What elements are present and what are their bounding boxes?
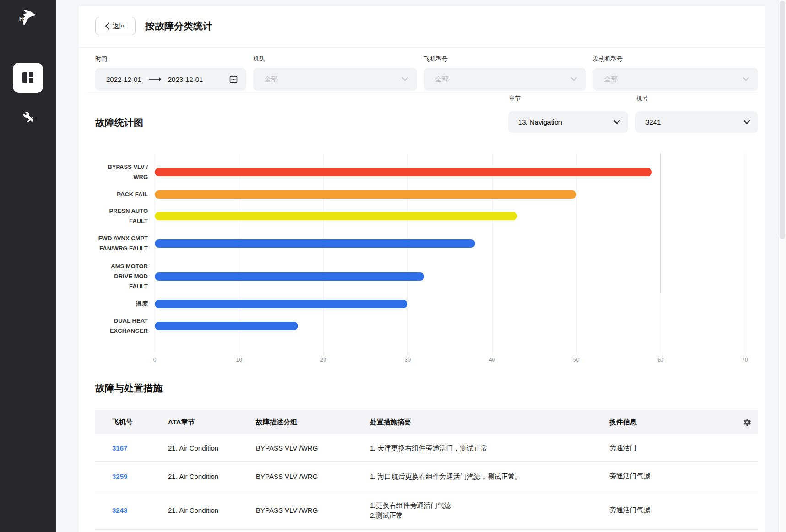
sidebar-item-tools[interactable] [22,111,34,123]
gridline [576,153,577,355]
time-filter-label: 时间 [95,55,107,63]
x-axis-tick: 70 [742,357,748,363]
table-row: 3259 21. Air Condition BYPASS VLV /WRG 1… [95,461,758,491]
scrollbar-thumb[interactable] [780,1,785,239]
brand-logo-icon: H [19,5,36,27]
col-header-aircraft: 飞机号 [95,418,168,427]
arrow-right-icon [148,76,162,82]
chevron-left-icon [105,22,109,30]
fault-table: 飞机号 ATA章节 故障描述分组 处置措施摘要 换件信息 3167 21. Ai… [95,410,758,530]
ata-cell: 21. Air Condition [168,472,256,480]
settings-gear-icon[interactable] [743,418,752,427]
engine-model-filter-label: 发动机型号 [593,55,623,63]
tools-wrench-icon [23,111,34,122]
category-label: 温度 [136,299,148,309]
dashboard-grid-icon [21,71,35,85]
part-cell: 旁通活门气滤 [609,506,736,515]
page-scrollbar [778,0,786,532]
table-row: 3243 21. Air Condition BYPASS VLV /WRG 1… [95,491,758,530]
ata-cell: 21. Air Condition [168,506,256,514]
category-label: FWD AVNX CMPTFAN/WRG FAULT [98,233,148,254]
date-start-value[interactable]: 2022-12-01 [106,76,141,83]
x-axis-tick: 20 [320,357,326,363]
sidebar-item-dashboard[interactable] [13,63,43,93]
fleet-select-placeholder: 全部 [264,75,278,84]
bar-6 [155,322,298,330]
bar-chart-category-labels: BYPASS VLV /WRGPACK FAILPRESN AUTOFAULTF… [79,153,148,355]
ata-cell: 21. Air Condition [168,444,256,452]
aircraft-model-filter-label: 飞机型号 [424,55,448,63]
engine-model-select[interactable]: 全部 [593,68,758,91]
gridline [407,153,408,355]
chevron-down-icon [744,120,750,124]
col-header-fault-group: 故障描述分组 [256,418,370,427]
x-axis-tick: 0 [153,357,157,363]
bar-4 [155,272,424,281]
fleet-filter-label: 机队 [253,55,265,63]
engine-model-placeholder: 全部 [604,75,618,84]
col-header-action: 处置措施摘要 [370,418,609,427]
gridline [745,153,745,355]
action-cell: 1.更换右组件旁通活门气滤 2.测试正常 [370,500,609,521]
aircraft-link[interactable]: 3243 [95,506,168,514]
x-axis-tick: 60 [657,357,663,363]
chevron-down-icon [743,77,749,81]
table-row: 3167 21. Air Condition BYPASS VLV /WRG 1… [95,434,758,461]
chapter-select-value: 13. Navigation [518,118,562,126]
date-range-picker[interactable]: 2022-12-01 2023-12-01 [95,68,246,91]
tail-number-select[interactable]: 3241 [635,111,758,133]
col-header-part: 换件信息 [609,418,736,427]
chart-scroll-indicator [660,153,661,293]
aircraft-model-placeholder: 全部 [435,75,449,84]
chevron-down-icon [614,120,620,124]
category-label: PACK FAIL [117,190,148,200]
sidebar: H [0,0,56,532]
table-header-row: 飞机号 ATA章节 故障描述分组 处置措施摘要 换件信息 [95,410,758,434]
date-end-value[interactable]: 2023-12-01 [168,76,203,83]
x-axis-tick: 30 [405,357,411,363]
fault-group-cell: BYPASS VLV /WRG [256,444,370,452]
bar-1 [155,190,576,199]
col-header-ata: ATA章节 [168,418,256,427]
bar-5 [155,300,407,308]
back-button-label: 返回 [113,22,126,31]
table-section-title: 故障与处置措施 [95,382,163,395]
category-label: AMS MOTORDRIVE MODFAULT [111,261,148,292]
aircraft-model-select[interactable]: 全部 [424,68,586,91]
tail-number-select-label: 机号 [636,94,648,103]
back-button[interactable]: 返回 [95,17,136,35]
gridline [492,153,493,355]
chevron-down-icon [571,77,577,81]
chapter-select[interactable]: 13. Navigation [508,111,628,133]
fault-group-cell: BYPASS VLV /WRG [256,506,370,514]
x-axis-tick: 50 [573,357,579,363]
chevron-down-icon [402,77,408,81]
bar-0 [155,168,652,176]
action-cell: 1. 海口航后更换右组件旁通活门汽滤，测试正常。 [370,472,609,482]
calendar-icon [229,75,238,84]
header-divider [79,47,765,48]
page-title: 按故障分类统计 [145,20,212,33]
action-cell: 1. 天津更换右组件旁通活门，测试正常 [370,443,609,453]
part-cell: 旁通活门气滤 [609,472,736,481]
category-label: BYPASS VLV /WRG [108,162,148,182]
fault-group-cell: BYPASS VLV /WRG [256,472,370,480]
aircraft-link[interactable]: 3259 [95,472,168,480]
app-window: H 返回 按故障分类统计 时间 [0,0,786,532]
svg-text:H: H [19,16,23,22]
fleet-select[interactable]: 全部 [253,68,417,91]
category-label: DUAL HEATEXCHANGER [110,316,148,336]
chart-section-title: 故障统计图 [95,116,143,129]
aircraft-link[interactable]: 3167 [95,444,168,452]
x-axis-tick: 10 [236,357,242,363]
bar-2 [155,212,517,220]
chapter-select-label: 章节 [509,94,521,103]
x-axis-tick: 40 [489,357,495,363]
filters-divider [87,92,757,93]
bar-3 [155,239,475,248]
bar-chart [155,153,745,355]
category-label: PRESN AUTOFAULT [109,206,148,226]
tail-number-select-value: 3241 [645,118,661,126]
content-card: 返回 按故障分类统计 时间 机队 飞机型号 发动机型号 2022-12-01 2… [79,6,765,532]
part-cell: 旁通活门 [609,444,736,452]
